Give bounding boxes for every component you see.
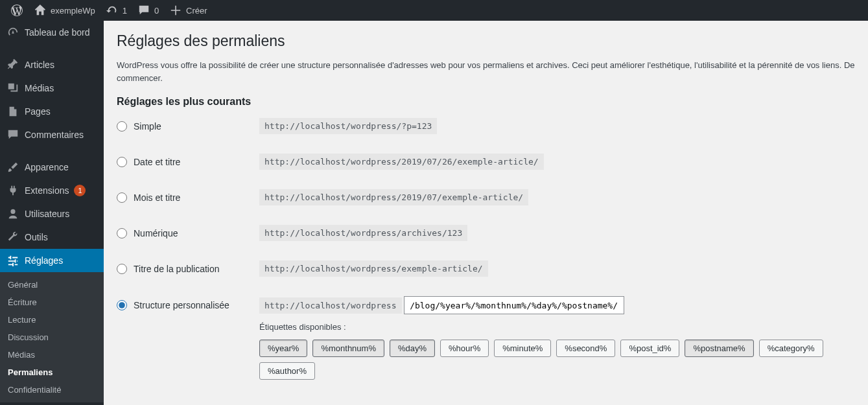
sub-item-permalinks[interactable]: Permaliens [0, 364, 104, 381]
settings-submenu: Général Écriture Lecture Discussion Médi… [0, 272, 104, 402]
available-tags-section: Étiquettes disponibles : %year%%monthnum… [259, 322, 855, 380]
tag-button[interactable]: %minute% [494, 340, 551, 357]
menu-label: Réglages [25, 255, 63, 266]
tag-button[interactable]: %monthnum% [312, 340, 384, 357]
menu-label: Utilisateurs [25, 209, 69, 219]
menu-label: Tableau de bord [25, 27, 89, 38]
plus-icon [169, 4, 182, 17]
updates-count: 1 [123, 6, 127, 16]
comment-icon [137, 4, 150, 17]
sidebar-item-media[interactable]: Médias [0, 76, 104, 100]
option-numeric-row: Numérique http://localhost/wordpress/arc… [117, 225, 855, 241]
sub-item-reading[interactable]: Lecture [0, 311, 104, 329]
comment-icon [6, 128, 19, 141]
sidebar-item-appearance[interactable]: Apparence [0, 156, 104, 179]
tag-button[interactable]: %author% [259, 362, 315, 380]
sub-item-discussion[interactable]: Discussion [0, 329, 104, 346]
tag-button[interactable]: %year% [259, 340, 307, 357]
user-icon [6, 207, 19, 220]
radio-month[interactable] [117, 192, 127, 203]
radio-day[interactable] [117, 157, 127, 167]
updates-link[interactable]: 1 [100, 0, 132, 21]
tag-button[interactable]: %day% [390, 340, 435, 357]
dashboard-icon [6, 26, 19, 39]
plugin-icon [6, 184, 19, 197]
brush-icon [6, 161, 19, 174]
radio-custom[interactable] [117, 300, 127, 310]
option-label[interactable]: Mois et titre [134, 192, 180, 203]
option-url: http://localhost/wordpress/2019/07/exemp… [259, 189, 528, 205]
menu-label: Articles [25, 60, 54, 70]
updates-icon [106, 4, 119, 17]
wordpress-icon [10, 4, 23, 17]
option-custom-row: Structure personnalisée http://localhost… [117, 296, 855, 314]
option-label[interactable]: Structure personnalisée [134, 300, 229, 310]
plugins-badge: 1 [74, 185, 86, 196]
menu-label: Outils [25, 232, 48, 242]
tags-label: Étiquettes disponibles : [259, 322, 855, 332]
tag-button[interactable]: %second% [556, 340, 615, 357]
option-url: http://localhost/wordpress/archives/123 [259, 225, 467, 241]
admin-bar: exempleWp 1 0 Créer [0, 0, 868, 21]
sidebar-item-comments[interactable]: Commentaires [0, 123, 104, 146]
option-label[interactable]: Simple [134, 121, 161, 132]
sidebar-item-plugins[interactable]: Extensions 1 [0, 179, 104, 202]
option-url: http://localhost/wordpress/?p=123 [259, 118, 437, 134]
tag-button[interactable]: %category% [759, 340, 823, 357]
section-heading: Réglages les plus courants [117, 96, 855, 108]
page-title: Réglages des permaliens [117, 32, 855, 50]
wp-logo[interactable] [5, 0, 29, 21]
site-name-link[interactable]: exempleWp [29, 0, 100, 21]
radio-numeric[interactable] [117, 228, 127, 238]
sub-item-general[interactable]: Général [0, 276, 104, 294]
sub-item-media[interactable]: Médias [0, 346, 104, 364]
home-icon [34, 4, 47, 17]
sidebar-item-posts[interactable]: Articles [0, 53, 104, 76]
option-simple-row: Simple http://localhost/wordpress/?p=123 [117, 118, 855, 134]
tag-button[interactable]: %hour% [440, 340, 489, 357]
custom-structure-input[interactable] [404, 296, 624, 314]
create-text: Créer [186, 6, 207, 16]
comments-count: 0 [154, 6, 159, 16]
tag-button[interactable]: %post_id% [620, 340, 679, 357]
option-url: http://localhost/wordpress/2019/07/26/ex… [259, 154, 544, 170]
custom-prefix: http://localhost/wordpress [259, 297, 402, 314]
option-label[interactable]: Date et titre [134, 157, 180, 167]
radio-simple[interactable] [117, 121, 127, 132]
site-name-text: exempleWp [51, 6, 95, 16]
radio-postname[interactable] [117, 264, 127, 274]
comments-link[interactable]: 0 [132, 0, 164, 21]
option-label[interactable]: Titre de la publication [134, 264, 220, 274]
admin-sidebar: Tableau de bord Articles Médias Pages Co… [0, 21, 104, 405]
menu-label: Pages [25, 106, 51, 117]
wrench-icon [6, 231, 19, 244]
pin-icon [6, 58, 19, 71]
media-icon [6, 82, 19, 95]
page-icon [6, 105, 19, 118]
option-label[interactable]: Numérique [134, 228, 178, 238]
sidebar-item-dashboard[interactable]: Tableau de bord [0, 21, 104, 44]
option-day-row: Date et titre http://localhost/wordpress… [117, 154, 855, 170]
menu-label: Médias [25, 83, 54, 93]
sidebar-item-tools[interactable]: Outils [0, 226, 104, 249]
sidebar-item-settings[interactable]: Réglages [0, 249, 104, 272]
sidebar-item-users[interactable]: Utilisateurs [0, 202, 104, 226]
sub-item-writing[interactable]: Écriture [0, 294, 104, 311]
menu-label: Extensions [25, 185, 69, 196]
option-url: http://localhost/wordpress/exemple-artic… [259, 260, 488, 277]
page-intro: WordPress vous offre la possibilité de c… [117, 59, 855, 84]
sub-item-privacy[interactable]: Confidentialité [0, 381, 104, 399]
create-link[interactable]: Créer [164, 0, 213, 21]
option-postname-row: Titre de la publication http://localhost… [117, 260, 855, 277]
menu-label: Apparence [25, 162, 69, 172]
page-content: Réglages des permaliens WordPress vous o… [104, 21, 868, 405]
menu-label: Commentaires [25, 130, 84, 140]
sidebar-item-pages[interactable]: Pages [0, 100, 104, 123]
option-month-row: Mois et titre http://localhost/wordpress… [117, 189, 855, 205]
sliders-icon [6, 254, 19, 267]
tag-button[interactable]: %postname% [685, 340, 753, 357]
tags-container: %year%%monthnum%%day%%hour%%minute%%seco… [259, 340, 855, 380]
